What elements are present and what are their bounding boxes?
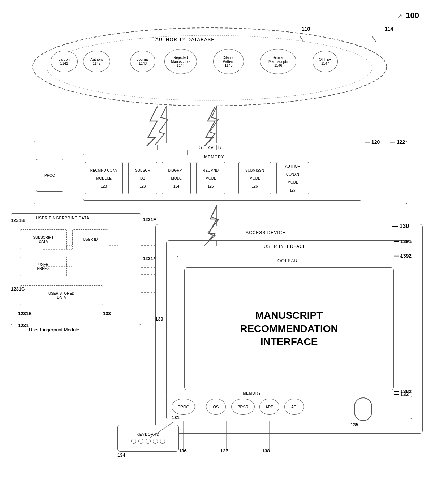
ref-120: — 120 <box>365 139 380 145</box>
svg-line-12 <box>372 36 376 42</box>
ref-1231b: 1231B <box>11 218 25 223</box>
ref-130: — 130 <box>392 223 409 229</box>
ref-1231a: 1231A <box>143 256 156 261</box>
diagram-container: ↗ 100 AUTHORIT <box>0 0 448 486</box>
oval-rejected: Rejected Manuscripts 1144 <box>164 49 197 74</box>
fingerprint-data-label: USER FINGERPRINT DATA <box>36 216 89 220</box>
ref-137: 137 <box>220 448 228 453</box>
fp-user-id: USER ID <box>72 229 108 249</box>
oval-other: OTHER 1147 <box>313 51 338 72</box>
os-oval: OS <box>206 399 226 415</box>
server-label: SERVER <box>199 145 222 150</box>
authority-db-label: AUTHORITY DATABASE <box>155 37 215 42</box>
ref-136: 136 <box>179 448 187 453</box>
server-memory-label: MEMORY <box>204 155 224 159</box>
ref-1391: — 1391 <box>394 238 412 244</box>
main-ref-label: ↗ 100 <box>397 11 419 20</box>
oval-journal: Journal 1143 <box>130 51 155 72</box>
ref-133: 133 <box>103 311 111 316</box>
brsr-oval: BRSR <box>231 399 255 415</box>
lightning-bolt-left <box>145 107 173 146</box>
ref-132: — 132 <box>394 391 409 397</box>
fingerprint-main-label: User Fingerprint Module <box>29 327 79 332</box>
keyboard-box: KEYBOARD <box>117 425 179 452</box>
module-author-conxn: AUTHOR CONXN MODL 127 <box>276 162 309 194</box>
ref-122: — 122 <box>390 139 405 145</box>
module-recmnd-conv: RECMND CONV MODULE 128 <box>85 162 123 194</box>
fp-subscript-data: SUBSCRIPTDATA <box>20 229 67 249</box>
module-recmnd-modl: RECMND MODL 125 <box>196 162 225 194</box>
module-bibgrph: BIBGRPH MODL 124 <box>162 162 191 194</box>
ref-138: 138 <box>262 448 270 453</box>
ref-1231e: 1231E <box>18 311 32 316</box>
mouse-icon <box>354 397 372 421</box>
ref-131: 131 <box>172 415 180 420</box>
ref-134: 134 <box>117 452 125 458</box>
mri-text: MANUSCRIPTRECOMMENDATIONINTERFACE <box>240 309 338 348</box>
ref-1231c: 1231C <box>11 286 25 292</box>
oval-citation: Citation Pattern 1145 <box>213 49 244 74</box>
ref-1231f: 1231F <box>143 217 156 222</box>
ref-110: — 110 <box>296 26 310 32</box>
toolbar-label: TOOLBAR <box>275 258 298 263</box>
oval-authors: Authors 1142 <box>83 51 110 72</box>
ref-135: 135 <box>350 422 358 427</box>
module-subscr-db: SUBSCR DB 123 <box>128 162 157 194</box>
api-oval: API <box>284 399 304 415</box>
module-submissn: SUBMISSN MODL 126 <box>238 162 271 194</box>
fp-user-prefs: USERPREF'S <box>20 257 67 276</box>
memory-row-label: MEMORY <box>243 391 261 395</box>
lightning-bolt-right <box>202 107 231 146</box>
app-oval: APP <box>259 399 279 415</box>
ref-1392: — 1392 <box>394 253 412 259</box>
svg-line-11 <box>300 36 303 42</box>
access-device-label: ACCESS DEVICE <box>246 230 285 235</box>
oval-similar: Similar Manuscripts 1146 <box>260 49 296 74</box>
user-interface-label: USER INTERFACE <box>264 244 306 249</box>
proc-oval-access: PROC <box>172 399 195 415</box>
ref-114: — 114 <box>379 26 393 32</box>
mri-box: MANUSCRIPTRECOMMENDATIONINTERFACE <box>184 267 394 390</box>
server-proc-box: PROC <box>36 159 63 192</box>
ref-1231: 1231 <box>18 323 29 328</box>
oval-jargon: Jargon 1141 <box>51 51 78 72</box>
fp-user-stored-data: USER STOREDDATA <box>20 285 103 305</box>
